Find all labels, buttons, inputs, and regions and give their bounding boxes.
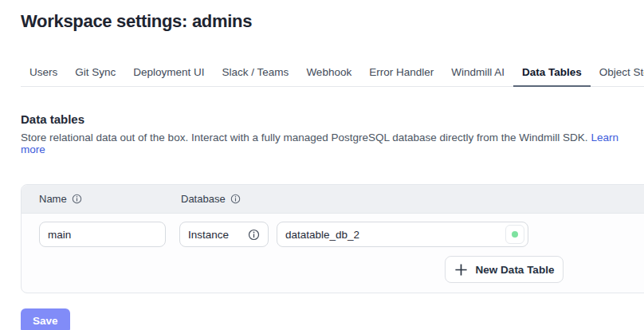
new-data-table-label: New Data Table [476, 264, 555, 276]
column-header-name: Name [39, 193, 181, 205]
page-title: Workspace settings: admins [21, 11, 644, 32]
name-column-label: Name [39, 193, 67, 205]
tab-deployment-ui[interactable]: Deployment UI [124, 61, 213, 87]
data-tables-section: Data tables Store relational data out of… [21, 112, 623, 155]
tab-webhook[interactable]: Webhook [297, 61, 360, 87]
section-description: Store relational data out of the box. In… [21, 132, 623, 155]
table-actions-row: New Data Table [39, 256, 644, 283]
plus-icon [454, 263, 468, 277]
database-name-field [277, 222, 528, 247]
database-name-input[interactable] [277, 222, 528, 247]
tab-users[interactable]: Users [21, 61, 66, 87]
column-header-database: Database [181, 193, 241, 205]
table-body: Instance New Data Table [22, 214, 644, 293]
save-button[interactable]: Save [21, 308, 70, 330]
database-column-label: Database [181, 193, 226, 205]
settings-tabbar: Users Git Sync Deployment UI Slack / Tea… [21, 61, 644, 87]
table-name-input[interactable] [39, 222, 166, 247]
section-description-text: Store relational data out of the box. In… [21, 132, 588, 143]
section-heading: Data tables [21, 112, 623, 126]
status-dot-icon [512, 231, 518, 238]
info-icon[interactable] [230, 194, 241, 204]
connection-status-button[interactable] [505, 225, 524, 244]
database-source-value: Instance [188, 229, 229, 241]
tab-data-tables[interactable]: Data Tables [513, 61, 591, 87]
tab-git-sync[interactable]: Git Sync [66, 61, 124, 87]
tab-slack-teams[interactable]: Slack / Teams [214, 61, 298, 87]
new-data-table-button[interactable]: New Data Table [445, 256, 564, 283]
table-row: Instance [39, 222, 644, 247]
table-header-row: Name Database [22, 185, 644, 214]
workspace-settings-page: Workspace settings: admins Users Git Syn… [0, 11, 644, 330]
data-tables-card: Name Database Instance [21, 184, 644, 293]
tab-error-handler[interactable]: Error Handler [360, 61, 442, 87]
info-icon[interactable] [72, 194, 82, 204]
tab-windmill-ai[interactable]: Windmill AI [442, 61, 513, 87]
database-source-select[interactable]: Instance [179, 222, 269, 247]
info-icon[interactable] [248, 229, 260, 241]
tab-object-storage[interactable]: Object Storage [591, 61, 644, 87]
